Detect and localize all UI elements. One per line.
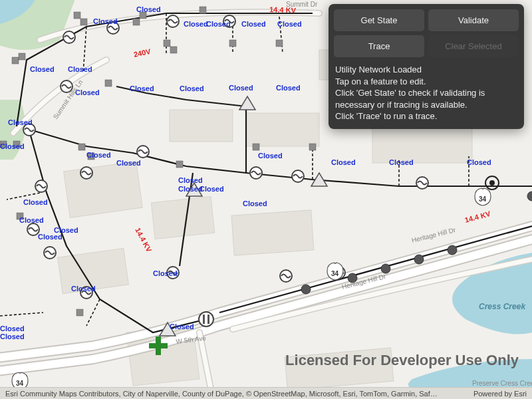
water-label: Cress Creek bbox=[479, 302, 526, 311]
svg-text:Closed: Closed bbox=[71, 285, 96, 293]
svg-text:Closed: Closed bbox=[178, 176, 203, 184]
svg-rect-20 bbox=[276, 40, 283, 47]
meter-icon[interactable] bbox=[199, 312, 213, 327]
svg-rect-12 bbox=[74, 12, 80, 19]
svg-rect-61 bbox=[207, 315, 209, 324]
trace-button[interactable]: Trace bbox=[334, 35, 424, 57]
svg-rect-0 bbox=[64, 162, 143, 218]
get-state-button[interactable]: Get State bbox=[334, 9, 424, 31]
svg-rect-19 bbox=[229, 40, 236, 47]
svg-text:34: 34 bbox=[479, 196, 487, 203]
svg-marker-56 bbox=[239, 96, 255, 110]
svg-rect-4 bbox=[170, 110, 233, 142]
svg-rect-60 bbox=[203, 315, 205, 324]
svg-text:Closed: Closed bbox=[54, 226, 78, 234]
svg-rect-26 bbox=[176, 161, 183, 168]
svg-text:Closed: Closed bbox=[19, 216, 44, 224]
svg-text:Closed: Closed bbox=[0, 142, 25, 150]
svg-point-59 bbox=[199, 312, 213, 327]
status-text: Utility Network Loaded Tap on a feature … bbox=[334, 61, 519, 124]
svg-rect-1 bbox=[151, 196, 214, 239]
target-icon[interactable] bbox=[485, 176, 499, 190]
voltage-label: 14.4 KV bbox=[134, 226, 154, 253]
svg-text:Closed: Closed bbox=[170, 323, 194, 331]
svg-rect-30 bbox=[105, 80, 112, 86]
svg-rect-2 bbox=[231, 210, 314, 255]
street-label: Summit Dr bbox=[286, 1, 318, 8]
svg-text:34: 34 bbox=[16, 380, 24, 387]
svg-text:Closed: Closed bbox=[130, 84, 154, 92]
validate-button[interactable]: Validate bbox=[428, 9, 519, 31]
svg-text:Closed: Closed bbox=[153, 269, 178, 277]
svg-text:Closed: Closed bbox=[206, 20, 231, 28]
svg-text:Closed: Closed bbox=[8, 118, 33, 126]
street-label: Heritage Hill Dr bbox=[411, 226, 457, 244]
svg-text:Closed: Closed bbox=[86, 151, 111, 159]
street-label: Preserve Cress Creek bbox=[472, 380, 532, 387]
svg-rect-11 bbox=[19, 53, 25, 60]
svg-rect-17 bbox=[170, 47, 177, 53]
voltage-label: 14.4 KV bbox=[464, 209, 491, 224]
control-panel: Get State Validate Trace Clear Selected … bbox=[329, 4, 524, 129]
svg-point-54 bbox=[527, 192, 532, 201]
svg-text:Closed: Closed bbox=[184, 20, 208, 28]
attribution-text: Esri Community Maps Contributors, City o… bbox=[5, 388, 438, 399]
svg-rect-29 bbox=[76, 309, 83, 316]
svg-point-63 bbox=[489, 180, 495, 186]
svg-text:Closed: Closed bbox=[180, 84, 204, 92]
svg-text:Closed: Closed bbox=[243, 200, 267, 207]
svg-text:Closed: Closed bbox=[0, 325, 25, 332]
junction-icon[interactable] bbox=[12, 53, 25, 64]
svg-text:Closed: Closed bbox=[0, 332, 25, 340]
svg-rect-9 bbox=[285, 348, 394, 390]
svg-text:Closed: Closed bbox=[467, 158, 491, 166]
svg-rect-18 bbox=[200, 7, 206, 13]
svg-text:Closed: Closed bbox=[276, 84, 301, 92]
svg-rect-14 bbox=[133, 19, 140, 25]
svg-rect-16 bbox=[164, 40, 170, 47]
svg-text:Closed: Closed bbox=[389, 158, 414, 166]
highway-shield-icon: 34 bbox=[475, 188, 491, 205]
svg-point-49 bbox=[301, 285, 311, 294]
svg-text:Closed: Closed bbox=[23, 198, 48, 206]
svg-point-53 bbox=[448, 245, 457, 255]
svg-text:Closed: Closed bbox=[68, 65, 92, 73]
svg-rect-28 bbox=[309, 144, 316, 150]
highway-shield-icon: 34 bbox=[327, 263, 343, 280]
powered-by-text: Powered by Esri bbox=[473, 388, 527, 399]
svg-point-52 bbox=[414, 255, 424, 264]
svg-text:Closed: Closed bbox=[136, 5, 161, 13]
svg-text:Closed: Closed bbox=[116, 159, 141, 167]
svg-text:Closed: Closed bbox=[241, 20, 266, 28]
attribution-bar: Esri Community Maps Contributors, City o… bbox=[0, 387, 532, 399]
svg-rect-10 bbox=[12, 57, 19, 64]
svg-text:Closed: Closed bbox=[277, 20, 302, 28]
svg-text:34: 34 bbox=[331, 270, 339, 277]
svg-text:Closed: Closed bbox=[258, 152, 283, 160]
svg-text:Closed: Closed bbox=[30, 65, 55, 73]
svg-text:Closed: Closed bbox=[200, 185, 224, 193]
svg-rect-13 bbox=[80, 19, 87, 25]
svg-rect-27 bbox=[253, 144, 259, 150]
svg-point-51 bbox=[381, 264, 390, 273]
svg-rect-6 bbox=[372, 126, 472, 163]
svg-text:Closed: Closed bbox=[93, 17, 118, 25]
clear-selected-button: Clear Selected bbox=[428, 35, 519, 57]
voltage-label: 240V bbox=[133, 47, 152, 59]
svg-rect-24 bbox=[78, 144, 85, 150]
svg-text:Closed: Closed bbox=[331, 158, 356, 166]
svg-text:Closed: Closed bbox=[229, 84, 253, 92]
svg-rect-65 bbox=[156, 336, 161, 355]
svg-rect-5 bbox=[246, 113, 319, 146]
